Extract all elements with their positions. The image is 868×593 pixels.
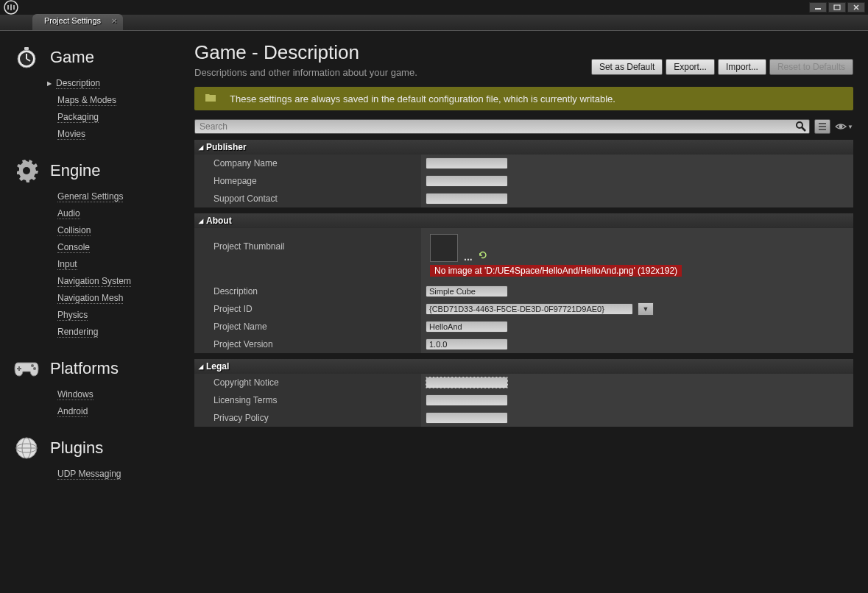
reset-to-defaults-button[interactable]: Reset to Defaults [769,59,853,75]
label-support-contact: Support Contact [194,190,421,207]
gamepad-icon [13,355,40,382]
svg-rect-1 [815,8,821,10]
label-privacy-policy: Privacy Policy [194,409,421,427]
sidebar-item-navigation-mesh[interactable]: Navigation Mesh [57,290,184,307]
sidebar-item-description[interactable]: Description [57,75,184,92]
svg-rect-12 [17,368,21,369]
sidebar-item-label: Rendering [57,327,98,338]
sidebar-item-label: Movies [57,129,85,140]
section-header-publisher[interactable]: ◢Publisher [194,140,853,155]
search-box[interactable] [194,119,810,134]
thumbnail-preview[interactable] [430,234,458,262]
sidebar-item-label: Input [57,259,77,270]
section-title: Publisher [206,142,247,152]
svg-rect-20 [819,126,826,127]
label-licensing-terms: Licensing Terms [194,391,421,409]
label-homepage: Homepage [194,172,421,190]
input-project-version[interactable] [426,338,508,350]
visibility-icon[interactable]: ▼ [835,122,853,131]
label-project-thumbnail: Project Thumbnail [194,228,421,283]
import-button[interactable]: Import... [718,59,766,75]
reset-icon[interactable] [479,251,487,262]
stopwatch-icon [13,44,40,71]
app-logo-icon [3,1,19,14]
tab-label: Project Settings [44,16,101,25]
input-licensing-terms[interactable] [426,394,508,406]
section-title: About [206,216,232,226]
svg-point-9 [31,364,34,367]
list-view-icon[interactable] [814,119,830,134]
sidebar: GameDescriptionMaps & ModesPackagingMovi… [4,31,184,593]
label-company-name: Company Name [194,155,421,172]
globe-icon [13,435,40,461]
sidebar-item-maps-modes[interactable]: Maps & Modes [57,92,184,109]
main-panel: Game - Description Descriptions and othe… [184,31,864,593]
close-button[interactable] [847,2,865,13]
sidebar-item-windows[interactable]: Windows [57,386,184,403]
label-project-version: Project Version [194,335,421,353]
thumbnail-error-text: No image at 'D:/UE4Space/HelloAnd/HelloA… [430,265,682,277]
section-header-about[interactable]: ◢About [194,213,853,228]
category-title: Platforms [50,359,119,378]
sidebar-item-label: Packaging [57,112,99,123]
sidebar-item-udp-messaging[interactable]: UDP Messaging [57,466,184,483]
dropdown-button[interactable]: ▼ [638,302,654,316]
sidebar-item-label: Navigation Mesh [57,293,123,304]
sidebar-item-input[interactable]: Input [57,256,184,273]
tab-project-settings[interactable]: Project Settings ✕ [32,14,123,30]
category-title: Plugins [50,438,103,458]
svg-point-10 [33,367,36,370]
input-support-contact[interactable] [426,193,508,205]
sidebar-item-label: General Settings [57,191,123,202]
maximize-button[interactable] [828,2,846,13]
page-title: Game - Description [194,41,417,64]
sidebar-item-navigation-system[interactable]: Navigation System [57,273,184,290]
sidebar-item-packaging[interactable]: Packaging [57,109,184,126]
sidebar-item-label: Maps & Modes [57,95,116,106]
collapse-arrow-icon: ◢ [199,144,203,151]
settings-header: Game - Description Descriptions and othe… [194,41,853,78]
minimize-button[interactable] [809,2,827,13]
search-input[interactable] [195,120,809,133]
sidebar-item-movies[interactable]: Movies [57,126,184,143]
label-copyright-notice: Copyright Notice [194,374,421,391]
sidebar-item-rendering[interactable]: Rendering [57,324,184,341]
sidebar-item-general-settings[interactable]: General Settings [57,188,184,205]
sidebar-item-audio[interactable]: Audio [57,205,184,222]
tab-close-icon[interactable]: ✕ [111,17,117,25]
window-controls [809,2,865,13]
section-title: Legal [206,361,229,372]
section-header-legal[interactable]: ◢Legal [194,359,853,374]
sidebar-item-collision[interactable]: Collision [57,222,184,239]
sidebar-item-console[interactable]: Console [57,239,184,256]
sidebar-item-android[interactable]: Android [57,403,184,420]
gear-icon [13,157,40,184]
input-company-name[interactable] [426,157,508,169]
input-privacy-policy[interactable] [426,412,508,424]
sidebar-item-label: Navigation System [57,276,131,287]
sidebar-item-physics[interactable]: Physics [57,307,184,324]
collapse-arrow-icon: ◢ [199,218,203,224]
sidebar-item-label: Windows [57,389,93,400]
sidebar-item-label: Description [56,78,100,89]
sidebar-item-label: Physics [57,310,88,321]
svg-rect-2 [834,5,840,10]
export-button[interactable]: Export... [666,59,715,75]
info-banner: These settings are always saved in the d… [194,87,853,110]
search-icon[interactable] [795,121,807,135]
label-project-id: Project ID [194,300,421,318]
svg-point-17 [797,122,802,128]
svg-rect-19 [819,123,826,124]
browse-button[interactable]: ... [464,252,473,262]
sidebar-item-label: Android [57,406,88,417]
input-copyright-notice[interactable] [426,377,508,388]
input-project-id[interactable] [426,303,633,315]
label-project-name: Project Name [194,318,421,335]
sidebar-item-label: Collision [57,225,91,236]
set-as-default-button[interactable]: Set as Default [591,59,663,75]
input-description[interactable] [426,285,508,297]
titlebar [0,0,868,15]
input-project-name[interactable] [426,321,508,333]
svg-rect-21 [819,129,826,130]
input-homepage[interactable] [426,175,508,187]
